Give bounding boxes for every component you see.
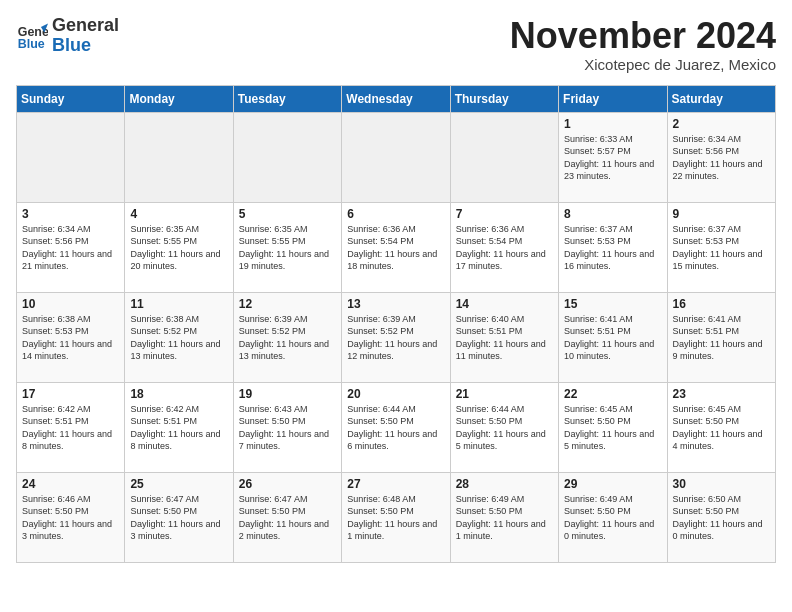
day-cell: [342, 112, 450, 202]
day-number: 20: [347, 387, 444, 401]
header: General Blue General Blue November 2024 …: [16, 16, 776, 73]
day-info: Sunrise: 6:41 AM Sunset: 5:51 PM Dayligh…: [673, 313, 770, 363]
day-cell: 22Sunrise: 6:45 AM Sunset: 5:50 PM Dayli…: [559, 382, 667, 472]
day-number: 18: [130, 387, 227, 401]
day-info: Sunrise: 6:34 AM Sunset: 5:56 PM Dayligh…: [22, 223, 119, 273]
day-info: Sunrise: 6:42 AM Sunset: 5:51 PM Dayligh…: [130, 403, 227, 453]
day-cell: 2Sunrise: 6:34 AM Sunset: 5:56 PM Daylig…: [667, 112, 775, 202]
day-info: Sunrise: 6:41 AM Sunset: 5:51 PM Dayligh…: [564, 313, 661, 363]
day-number: 17: [22, 387, 119, 401]
col-sunday: Sunday: [17, 85, 125, 112]
day-info: Sunrise: 6:43 AM Sunset: 5:50 PM Dayligh…: [239, 403, 336, 453]
day-number: 6: [347, 207, 444, 221]
day-info: Sunrise: 6:44 AM Sunset: 5:50 PM Dayligh…: [456, 403, 553, 453]
day-info: Sunrise: 6:47 AM Sunset: 5:50 PM Dayligh…: [239, 493, 336, 543]
col-thursday: Thursday: [450, 85, 558, 112]
day-cell: 25Sunrise: 6:47 AM Sunset: 5:50 PM Dayli…: [125, 472, 233, 562]
week-row-1: 1Sunrise: 6:33 AM Sunset: 5:57 PM Daylig…: [17, 112, 776, 202]
day-number: 26: [239, 477, 336, 491]
day-info: Sunrise: 6:49 AM Sunset: 5:50 PM Dayligh…: [456, 493, 553, 543]
day-cell: 19Sunrise: 6:43 AM Sunset: 5:50 PM Dayli…: [233, 382, 341, 472]
day-info: Sunrise: 6:34 AM Sunset: 5:56 PM Dayligh…: [673, 133, 770, 183]
day-info: Sunrise: 6:38 AM Sunset: 5:53 PM Dayligh…: [22, 313, 119, 363]
day-info: Sunrise: 6:38 AM Sunset: 5:52 PM Dayligh…: [130, 313, 227, 363]
day-cell: 7Sunrise: 6:36 AM Sunset: 5:54 PM Daylig…: [450, 202, 558, 292]
week-row-2: 3Sunrise: 6:34 AM Sunset: 5:56 PM Daylig…: [17, 202, 776, 292]
day-number: 3: [22, 207, 119, 221]
day-cell: 13Sunrise: 6:39 AM Sunset: 5:52 PM Dayli…: [342, 292, 450, 382]
col-monday: Monday: [125, 85, 233, 112]
day-info: Sunrise: 6:42 AM Sunset: 5:51 PM Dayligh…: [22, 403, 119, 453]
day-number: 29: [564, 477, 661, 491]
logo-icon: General Blue: [16, 20, 48, 52]
day-cell: 26Sunrise: 6:47 AM Sunset: 5:50 PM Dayli…: [233, 472, 341, 562]
col-tuesday: Tuesday: [233, 85, 341, 112]
day-cell: 6Sunrise: 6:36 AM Sunset: 5:54 PM Daylig…: [342, 202, 450, 292]
month-title: November 2024: [510, 16, 776, 56]
day-info: Sunrise: 6:46 AM Sunset: 5:50 PM Dayligh…: [22, 493, 119, 543]
day-number: 1: [564, 117, 661, 131]
day-info: Sunrise: 6:39 AM Sunset: 5:52 PM Dayligh…: [239, 313, 336, 363]
day-cell: 16Sunrise: 6:41 AM Sunset: 5:51 PM Dayli…: [667, 292, 775, 382]
day-cell: 18Sunrise: 6:42 AM Sunset: 5:51 PM Dayli…: [125, 382, 233, 472]
day-number: 2: [673, 117, 770, 131]
day-number: 25: [130, 477, 227, 491]
day-cell: 23Sunrise: 6:45 AM Sunset: 5:50 PM Dayli…: [667, 382, 775, 472]
day-number: 24: [22, 477, 119, 491]
day-number: 16: [673, 297, 770, 311]
day-number: 11: [130, 297, 227, 311]
logo: General Blue General Blue: [16, 16, 119, 56]
day-number: 15: [564, 297, 661, 311]
day-number: 7: [456, 207, 553, 221]
header-row: Sunday Monday Tuesday Wednesday Thursday…: [17, 85, 776, 112]
day-cell: 20Sunrise: 6:44 AM Sunset: 5:50 PM Dayli…: [342, 382, 450, 472]
day-cell: 1Sunrise: 6:33 AM Sunset: 5:57 PM Daylig…: [559, 112, 667, 202]
day-number: 8: [564, 207, 661, 221]
day-info: Sunrise: 6:36 AM Sunset: 5:54 PM Dayligh…: [347, 223, 444, 273]
col-saturday: Saturday: [667, 85, 775, 112]
week-row-3: 10Sunrise: 6:38 AM Sunset: 5:53 PM Dayli…: [17, 292, 776, 382]
day-info: Sunrise: 6:35 AM Sunset: 5:55 PM Dayligh…: [239, 223, 336, 273]
day-info: Sunrise: 6:45 AM Sunset: 5:50 PM Dayligh…: [673, 403, 770, 453]
day-info: Sunrise: 6:36 AM Sunset: 5:54 PM Dayligh…: [456, 223, 553, 273]
day-cell: [125, 112, 233, 202]
day-cell: 15Sunrise: 6:41 AM Sunset: 5:51 PM Dayli…: [559, 292, 667, 382]
day-cell: 4Sunrise: 6:35 AM Sunset: 5:55 PM Daylig…: [125, 202, 233, 292]
day-info: Sunrise: 6:37 AM Sunset: 5:53 PM Dayligh…: [564, 223, 661, 273]
day-number: 28: [456, 477, 553, 491]
calendar-table: Sunday Monday Tuesday Wednesday Thursday…: [16, 85, 776, 563]
logo-general-text: General: [52, 16, 119, 36]
day-info: Sunrise: 6:48 AM Sunset: 5:50 PM Dayligh…: [347, 493, 444, 543]
day-number: 5: [239, 207, 336, 221]
day-cell: [450, 112, 558, 202]
day-number: 23: [673, 387, 770, 401]
calendar-header: Sunday Monday Tuesday Wednesday Thursday…: [17, 85, 776, 112]
logo-blue-text: Blue: [52, 36, 119, 56]
day-number: 10: [22, 297, 119, 311]
day-info: Sunrise: 6:37 AM Sunset: 5:53 PM Dayligh…: [673, 223, 770, 273]
day-info: Sunrise: 6:35 AM Sunset: 5:55 PM Dayligh…: [130, 223, 227, 273]
day-number: 13: [347, 297, 444, 311]
day-info: Sunrise: 6:39 AM Sunset: 5:52 PM Dayligh…: [347, 313, 444, 363]
location-subtitle: Xicotepec de Juarez, Mexico: [510, 56, 776, 73]
day-cell: 14Sunrise: 6:40 AM Sunset: 5:51 PM Dayli…: [450, 292, 558, 382]
day-number: 27: [347, 477, 444, 491]
day-cell: 24Sunrise: 6:46 AM Sunset: 5:50 PM Dayli…: [17, 472, 125, 562]
logo-text: General Blue: [52, 16, 119, 56]
day-cell: 9Sunrise: 6:37 AM Sunset: 5:53 PM Daylig…: [667, 202, 775, 292]
day-cell: 30Sunrise: 6:50 AM Sunset: 5:50 PM Dayli…: [667, 472, 775, 562]
day-number: 4: [130, 207, 227, 221]
day-cell: 29Sunrise: 6:49 AM Sunset: 5:50 PM Dayli…: [559, 472, 667, 562]
day-cell: 5Sunrise: 6:35 AM Sunset: 5:55 PM Daylig…: [233, 202, 341, 292]
day-number: 12: [239, 297, 336, 311]
col-wednesday: Wednesday: [342, 85, 450, 112]
day-cell: 21Sunrise: 6:44 AM Sunset: 5:50 PM Dayli…: [450, 382, 558, 472]
calendar-body: 1Sunrise: 6:33 AM Sunset: 5:57 PM Daylig…: [17, 112, 776, 562]
day-number: 14: [456, 297, 553, 311]
day-cell: 11Sunrise: 6:38 AM Sunset: 5:52 PM Dayli…: [125, 292, 233, 382]
week-row-4: 17Sunrise: 6:42 AM Sunset: 5:51 PM Dayli…: [17, 382, 776, 472]
svg-text:Blue: Blue: [18, 37, 45, 51]
day-cell: 8Sunrise: 6:37 AM Sunset: 5:53 PM Daylig…: [559, 202, 667, 292]
day-cell: 10Sunrise: 6:38 AM Sunset: 5:53 PM Dayli…: [17, 292, 125, 382]
day-number: 9: [673, 207, 770, 221]
